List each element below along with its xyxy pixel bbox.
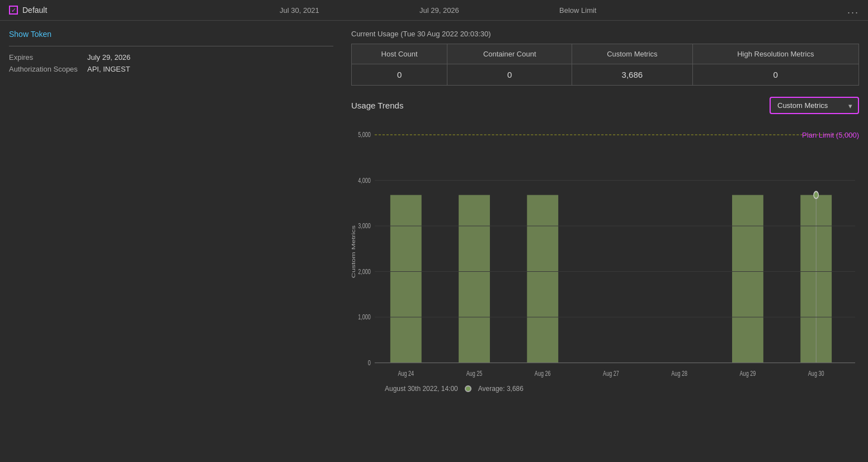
x-label-aug26: Aug 26: [535, 369, 551, 377]
plan-limit-label: Plan Limit (5,000): [802, 131, 859, 139]
bar-aug29: [732, 195, 763, 363]
bar-aug24: [390, 195, 422, 363]
expires-value: July 29, 2026: [87, 53, 333, 62]
legend-date: August 30th 2022, 14:00: [385, 385, 458, 393]
metric-select[interactable]: Custom Metrics: [770, 97, 859, 114]
header-start-date: Jul 30, 2021: [280, 6, 319, 15]
auth-scopes-label: Authorization Scopes: [9, 65, 87, 73]
y-label-4000: 4,000: [358, 176, 371, 184]
hover-dot: [814, 191, 818, 199]
x-label-aug29: Aug 29: [740, 369, 756, 377]
x-label-aug25: Aug 25: [466, 369, 483, 377]
api-key-name: Default: [22, 6, 47, 15]
left-panel: Show Token Expires July 29, 2026 Authori…: [9, 30, 333, 393]
trends-header: Usage Trends Custom Metrics: [351, 97, 859, 114]
meta-grid: Expires July 29, 2026 Authorization Scop…: [9, 53, 333, 73]
x-label-aug28: Aug 28: [671, 369, 687, 377]
col-host-count-header: Host Count: [352, 44, 447, 64]
legend-dot-icon: [465, 385, 471, 392]
col-high-res-header: High Resolution Metrics: [692, 44, 858, 64]
table-data-row: 0 0 3,686 0: [352, 64, 859, 86]
y-axis-label: Custom Metrics: [351, 225, 356, 279]
expires-label: Expires: [9, 53, 87, 62]
x-label-aug24: Aug 24: [398, 369, 414, 377]
host-count-value: 0: [352, 64, 447, 86]
chart-legend: August 30th 2022, 14:00 Average: 3,686: [351, 385, 859, 393]
y-label-3000: 3,000: [358, 221, 371, 229]
divider: [9, 46, 333, 46]
more-options-button[interactable]: ...: [847, 4, 859, 16]
header-end-date: Jul 29, 2026: [419, 6, 459, 15]
high-res-value: 0: [692, 64, 858, 86]
col-container-count-header: Container Count: [447, 44, 572, 64]
y-label-5000: 5,000: [358, 130, 371, 138]
bar-aug25: [459, 195, 490, 363]
header-status: Below Limit: [559, 6, 596, 15]
y-label-2000: 2,000: [358, 267, 371, 275]
y-label-1000: 1,000: [358, 313, 371, 321]
auth-scopes-value: API, INGEST: [87, 65, 333, 73]
main-content: Show Token Expires July 29, 2026 Authori…: [0, 21, 868, 402]
usage-trends-title: Usage Trends: [351, 101, 403, 110]
container-count-value: 0: [447, 64, 572, 86]
current-usage-title: Current Usage (Tue 30 Aug 2022 20:03:30): [351, 30, 859, 38]
custom-metrics-value: 3,686: [572, 64, 692, 86]
legend-average: Average: 3,686: [478, 385, 523, 393]
header-row: Default Jul 30, 2021 Jul 29, 2026 Below …: [0, 0, 868, 21]
bar-chart: 5,000 4,000 3,000 2,000 1,000 0 Custom M…: [351, 123, 859, 380]
y-label-0: 0: [368, 359, 371, 366]
x-label-aug27: Aug 27: [603, 369, 619, 377]
usage-table: Host Count Container Count Custom Metric…: [351, 44, 859, 86]
col-custom-metrics-header: Custom Metrics: [572, 44, 692, 64]
bar-aug26: [527, 195, 558, 363]
x-label-aug30: Aug 30: [808, 369, 824, 377]
show-token-button[interactable]: Show Token: [9, 30, 51, 39]
chart-container: Plan Limit (5,000) 5,000 4,000 3,000 2,0…: [351, 123, 859, 380]
checkbox-icon[interactable]: [9, 6, 18, 15]
right-panel: Current Usage (Tue 30 Aug 2022 20:03:30)…: [351, 30, 859, 393]
table-header-row: Host Count Container Count Custom Metric…: [352, 44, 859, 64]
